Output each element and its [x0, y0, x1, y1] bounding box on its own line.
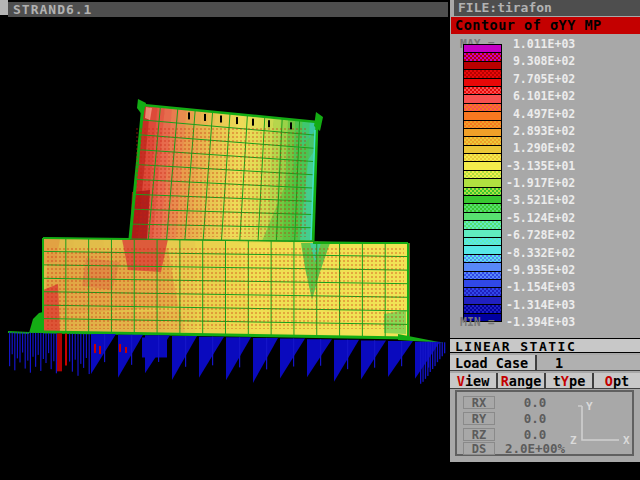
- type-button[interactable]: tYpe: [546, 373, 594, 388]
- pile-line: [347, 340, 348, 369]
- pile-line: [12, 332, 13, 354]
- legend-value: 1.011E+03: [506, 37, 575, 51]
- pile-line: [212, 337, 213, 366]
- pile-line: [439, 342, 440, 359]
- legend-value: 9.308E+02: [506, 54, 575, 68]
- legend-value: -1.917E+02: [506, 176, 575, 190]
- legend-band: [464, 95, 501, 103]
- legend-band: [464, 230, 501, 238]
- x-axis-label: X: [623, 434, 630, 447]
- pile-line: [239, 337, 240, 367]
- legend-band: [464, 196, 501, 204]
- legend-band: [464, 238, 501, 246]
- tower-notch: [252, 119, 254, 126]
- load-case-value[interactable]: 1: [537, 355, 640, 370]
- pile-tooth: [307, 339, 332, 377]
- pile-red-mark: [94, 344, 96, 353]
- y-axis-label: Y: [586, 400, 593, 413]
- ground-mound: [29, 312, 43, 333]
- rx-label: RX: [463, 396, 495, 409]
- tower-notch: [220, 116, 222, 123]
- pile-line: [75, 334, 76, 360]
- pile-line: [442, 342, 443, 356]
- model-viewport[interactable]: [0, 0, 450, 480]
- pile-red-mark: [99, 346, 101, 354]
- pile-line: [53, 333, 54, 361]
- legend-value: -5.124E+02: [506, 211, 575, 225]
- pile-line: [434, 342, 435, 366]
- pile-line: [43, 333, 44, 359]
- legend-band: [464, 188, 501, 196]
- pile-tooth: [172, 336, 197, 380]
- titlebar-edge: [0, 0, 8, 15]
- pile-line: [401, 341, 402, 366]
- legend-value: -8.332E+02: [506, 246, 575, 260]
- range-button[interactable]: Range: [498, 373, 546, 388]
- pile-red-mark: [125, 347, 127, 353]
- legend-value: -1.314E+03: [506, 298, 575, 312]
- legend-value: 6.101E+02: [506, 89, 575, 103]
- pile-tooth: [199, 337, 224, 378]
- z-axis-label: Z: [570, 434, 577, 447]
- legend-band: [464, 146, 501, 154]
- contour-header: Contour of σYY MP: [451, 17, 640, 34]
- pile-line: [32, 333, 33, 357]
- pile-line: [14, 332, 15, 370]
- pile-line: [80, 334, 81, 364]
- legend-band: [464, 112, 501, 120]
- pile-line: [420, 342, 421, 384]
- legend-value: -1.154E+03: [506, 280, 575, 294]
- legend-band: [464, 162, 501, 170]
- pile-line: [430, 342, 431, 372]
- legend-band: [464, 129, 501, 137]
- pile-line: [89, 334, 90, 374]
- pile-red: [65, 334, 67, 366]
- axis-triad: Y X Z: [569, 400, 633, 452]
- legend-band: [464, 297, 501, 305]
- legend-band: [464, 62, 501, 70]
- pile-line: [427, 342, 428, 376]
- tower-notch: [268, 120, 270, 127]
- pile-tooth: [388, 341, 413, 377]
- pile-line: [293, 339, 294, 367]
- legend-value: 1.290E+02: [506, 141, 575, 155]
- pile-line: [266, 338, 267, 370]
- legend-value: -9.935E+02: [506, 263, 575, 277]
- legend-value: 4.497E+02: [506, 107, 575, 121]
- pile-line: [83, 334, 84, 368]
- legend-band: [464, 87, 501, 95]
- window-title: STRAND6.1: [8, 2, 448, 17]
- legend-value: 2.893E+02: [506, 124, 575, 138]
- legend-band: [464, 137, 501, 145]
- slab-red-zone: [43, 284, 60, 332]
- load-case-button[interactable]: Load Case: [450, 355, 537, 370]
- pile-line: [131, 335, 132, 365]
- pile-line: [9, 332, 10, 366]
- pile-line: [444, 342, 445, 353]
- pile-red-mark: [119, 344, 121, 352]
- legend-band: [464, 121, 501, 129]
- pile-line: [437, 342, 438, 362]
- menu-row: ViewRangetYpeOpt: [450, 373, 640, 389]
- legend-min-label: MIN =: [460, 315, 506, 329]
- pile-tooth: [253, 338, 278, 383]
- file-name-bar: FILE:tirafon: [454, 0, 640, 16]
- pile-tooth: [334, 340, 359, 382]
- pile-line: [56, 333, 57, 373]
- view-button[interactable]: View: [450, 373, 498, 388]
- slab-green-corner: [384, 310, 406, 334]
- status-box: RX 0.0 RY 0.0 RZ 0.0 DS 2.0E+00% Y X Z: [455, 390, 634, 456]
- legend-value: -1.394E+03: [506, 315, 575, 329]
- rx-value: 0.0: [497, 396, 573, 409]
- application-window: STRAND6.1 FILE:tirafon Contour of σYY MP…: [0, 0, 640, 480]
- legend-band: [464, 280, 501, 288]
- pile-tooth: [91, 334, 116, 374]
- legend-band: [464, 45, 501, 53]
- pile-line: [25, 333, 26, 369]
- legend-band: [464, 104, 501, 112]
- pile-line: [86, 334, 87, 358]
- pile-tooth: [226, 337, 251, 380]
- load-case-row: Load Case 1: [450, 355, 640, 371]
- pile-line: [69, 334, 70, 362]
- opt-button[interactable]: Opt: [594, 373, 640, 388]
